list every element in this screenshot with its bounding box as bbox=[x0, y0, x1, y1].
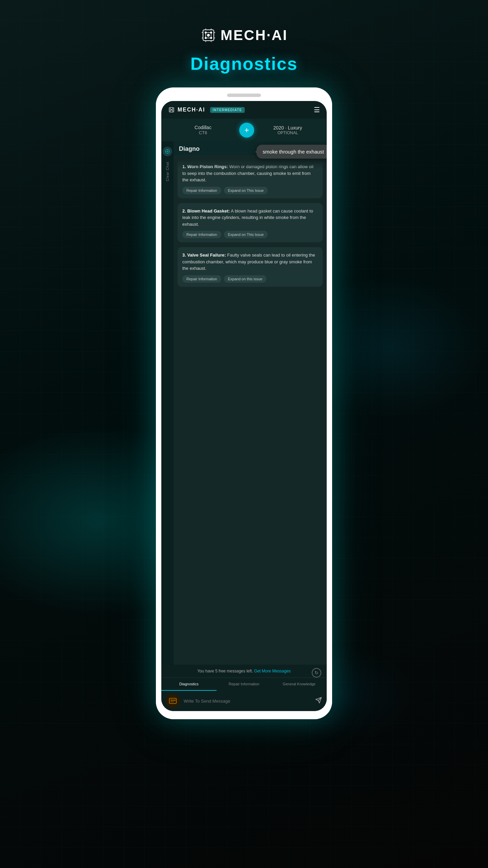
vehicle-left[interactable]: Codillac CT6 bbox=[167, 122, 239, 138]
svg-point-22 bbox=[172, 110, 173, 112]
page-title: Diagnostics bbox=[190, 54, 298, 74]
free-messages-bar: You have 5 free messages left. Get More … bbox=[161, 665, 327, 678]
issue-title-1: 1. Worn Piston Rings: Worn or damaged pi… bbox=[182, 163, 318, 183]
tab-repair-information[interactable]: Repair Information bbox=[217, 678, 272, 691]
issue-actions-2: Repair Information Expand on This Issue bbox=[182, 231, 318, 238]
svg-rect-34 bbox=[172, 700, 174, 701]
expand-issue-btn-3[interactable]: Expand on this issue bbox=[224, 275, 267, 283]
repair-info-btn-1[interactable]: Repair Information bbox=[182, 187, 221, 194]
issue-actions-3: Repair Information Expand on this issue bbox=[182, 275, 318, 283]
tab-general-knowledge[interactable]: General Knowledge bbox=[271, 678, 327, 691]
phone-notch bbox=[227, 94, 261, 97]
issue-title-3: 3. Valve Seal Failure: Faulty valve seal… bbox=[182, 252, 318, 272]
vehicle-tier: OPTIONAL bbox=[254, 130, 321, 135]
svg-point-1 bbox=[205, 32, 207, 34]
issue-bold-3: 3. Valve Seal Failure: bbox=[182, 253, 226, 258]
send-button[interactable] bbox=[315, 697, 322, 705]
issue-bold-2: 2. Blown Head Gasket: bbox=[182, 208, 230, 214]
nav-logo: MECH·AI INTERMEDIATE bbox=[168, 106, 245, 113]
app-header: MECH·AI Diagnostics bbox=[190, 27, 298, 74]
clear-chat-label[interactable]: Clear Chat bbox=[166, 162, 169, 181]
message-input-field[interactable] bbox=[184, 699, 311, 704]
nav-logo-icon bbox=[168, 106, 175, 113]
svg-point-19 bbox=[170, 108, 171, 109]
svg-point-27 bbox=[167, 151, 168, 152]
bottom-tabs: Diagnostics Repair Information General K… bbox=[161, 678, 327, 691]
nav-logo-text: MECH·AI bbox=[178, 107, 205, 113]
expand-issue-btn-1[interactable]: Expand on This Issue bbox=[224, 187, 268, 194]
mech-ai-logo-icon bbox=[200, 27, 217, 43]
vehicle-right[interactable]: 2020 · Luxury OPTIONAL bbox=[254, 125, 321, 135]
clear-chat-sidebar: Clear Chat bbox=[161, 141, 174, 665]
chat-wrapper: Clear Chat Diagno smoke through the exha… bbox=[161, 141, 327, 665]
chat-main: Diagno smoke through the exhaust 1. Worn… bbox=[174, 141, 327, 665]
repair-info-btn-2[interactable]: Repair Information bbox=[182, 231, 221, 238]
issue-text-1: Worn or damaged piston rings can allow o… bbox=[182, 164, 313, 182]
phone-screen: MECH·AI INTERMEDIATE ☰ Codillac CT6 + 20… bbox=[161, 101, 327, 711]
issue-card-3: 3. Valve Seal Failure: Faulty valve seal… bbox=[178, 247, 323, 287]
obd-icon bbox=[166, 694, 180, 708]
phone-frame: MECH·AI INTERMEDIATE ☰ Codillac CT6 + 20… bbox=[156, 87, 332, 719]
page-content: MECH·AI Diagnostics bbox=[0, 0, 488, 719]
vehicle-year-text: 2020 · Luxury bbox=[254, 125, 321, 130]
svg-rect-35 bbox=[174, 700, 176, 701]
hamburger-menu-button[interactable]: ☰ bbox=[314, 106, 320, 114]
svg-point-23 bbox=[171, 109, 172, 110]
app-navbar: MECH·AI INTERMEDIATE ☰ bbox=[161, 101, 327, 119]
free-messages-text: You have 5 free messages left. bbox=[197, 669, 253, 673]
svg-point-4 bbox=[210, 37, 212, 39]
svg-point-20 bbox=[172, 108, 173, 109]
diag-header-area: Diagno smoke through the exhaust bbox=[174, 141, 327, 155]
vehicle-model: CT6 bbox=[169, 130, 237, 135]
logo-text: MECH·AI bbox=[221, 27, 288, 43]
add-vehicle-button[interactable]: + bbox=[239, 123, 254, 138]
issue-bold-1: 1. Worn Piston Rings: bbox=[182, 164, 228, 169]
issue-card-2: 2. Blown Head Gasket: A blown head gaske… bbox=[178, 203, 323, 243]
clear-chat-avatar bbox=[163, 147, 172, 156]
svg-point-3 bbox=[205, 37, 207, 39]
vehicle-selector: Codillac CT6 + 2020 · Luxury OPTIONAL bbox=[161, 119, 327, 141]
svg-rect-36 bbox=[171, 701, 172, 702]
svg-rect-37 bbox=[172, 701, 174, 702]
svg-point-2 bbox=[210, 32, 212, 34]
svg-rect-33 bbox=[171, 700, 172, 701]
speech-bubble: smoke through the exhaust bbox=[257, 145, 327, 159]
chat-messages: 1. Worn Piston Rings: Worn or damaged pi… bbox=[174, 155, 327, 665]
expand-issue-btn-2[interactable]: Expand on This Issue bbox=[224, 231, 268, 238]
refresh-button[interactable]: ↻ bbox=[312, 668, 321, 678]
issue-card-1: 1. Worn Piston Rings: Worn or damaged pi… bbox=[178, 159, 323, 198]
nav-badge: INTERMEDIATE bbox=[210, 107, 245, 113]
issue-title-2: 2. Blown Head Gasket: A blown head gaske… bbox=[182, 208, 318, 228]
app-logo: MECH·AI bbox=[200, 27, 288, 43]
issue-actions-1: Repair Information Expand on This Issue bbox=[182, 187, 318, 194]
vehicle-make: Codillac bbox=[169, 125, 237, 130]
repair-info-btn-3[interactable]: Repair Information bbox=[182, 275, 221, 283]
svg-point-9 bbox=[207, 34, 210, 37]
message-input-row bbox=[161, 691, 327, 711]
tab-diagnostics[interactable]: Diagnostics bbox=[161, 678, 217, 691]
svg-point-21 bbox=[170, 110, 171, 112]
get-more-messages-link[interactable]: Get More Messages bbox=[254, 669, 291, 673]
